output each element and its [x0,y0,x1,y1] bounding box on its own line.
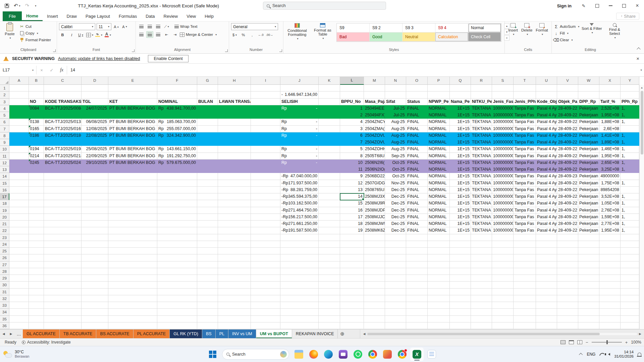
cell-A12[interactable] [9,160,29,166]
cell-E9[interactable] [108,139,157,146]
column-header-E[interactable]: E [108,77,157,85]
cell-E19[interactable] [108,207,157,214]
cell-A6[interactable] [9,119,29,125]
cell-S7[interactable]: 1000000000000 [492,126,514,132]
cell-Q36[interactable] [450,322,471,329]
alignment-dialog-launcher-icon[interactable] [225,49,228,52]
cell-C30[interactable] [44,282,82,288]
cell-H18[interactable] [218,200,251,207]
cell-B35[interactable] [29,316,44,322]
cell-D27[interactable] [82,261,108,268]
cell-F2[interactable] [157,92,197,98]
cell-I24[interactable] [251,241,280,248]
cell-R22[interactable]: TEKTANA [471,227,492,234]
cell-Y17[interactable]: 1, [621,193,639,200]
sheet-nav-right-icon[interactable]: ▶ [7,329,15,338]
cell-E5[interactable] [108,112,157,119]
cell-C26[interactable] [44,254,82,261]
cell-R28[interactable] [471,268,492,275]
cell-M4[interactable]: 250494EEF [364,105,385,112]
cell-A22[interactable] [9,227,29,234]
cell-O14[interactable]: FINAL [406,173,428,180]
decrease-font-icon[interactable]: A▾ [121,23,128,30]
cell-R15[interactable]: TEKTANA [471,180,492,187]
cell-R36[interactable] [471,322,492,329]
cell-I18[interactable] [251,200,280,207]
cell-X30[interactable] [599,282,621,288]
cell-X16[interactable]: 89854208 [599,187,621,193]
cell-Q4[interactable]: 1E+15 [450,105,471,112]
cell-U22[interactable]: Pasal 4 Ay [536,227,557,234]
cell-I30[interactable] [251,282,280,288]
cell-F33[interactable] [157,302,197,309]
normal-view-icon[interactable] [560,340,566,344]
cell-A29[interactable] [9,275,29,282]
cell-P6[interactable]: NORMAL [428,119,450,125]
cell-G32[interactable] [197,295,218,302]
cell-U14[interactable]: Pasal 4 Ay [536,173,557,180]
tab-insert[interactable]: Insert [43,11,62,21]
row-header-28[interactable]: 28 [0,268,9,275]
cell-W3[interactable]: DPP_Rp [578,99,599,105]
cell-R17[interactable]: TEKTANA [471,193,492,200]
cell-W15[interactable]: Pekerjaan [578,180,599,187]
cell-Q24[interactable] [450,241,471,248]
cell-W31[interactable] [578,289,599,295]
cell-V1[interactable] [557,85,578,92]
cell-O16[interactable]: FINAL [406,187,428,193]
cell-G7[interactable] [197,126,218,132]
taskbar-app-mail[interactable] [336,348,350,361]
cell-J5[interactable] [280,112,319,119]
cell-G30[interactable] [197,282,218,288]
cell-H32[interactable] [218,295,251,302]
cell-D14[interactable] [82,173,108,180]
cell-D34[interactable] [82,309,108,315]
cell-I33[interactable] [251,302,280,309]
cell-T31[interactable] [514,289,536,295]
cell-U29[interactable] [536,275,557,282]
column-header-D[interactable]: D [82,77,108,85]
cell-U31[interactable] [536,289,557,295]
cell-T3[interactable]: Jenis_PPh [514,99,536,105]
cell-A21[interactable] [9,221,29,227]
increase-decimal-icon[interactable]: ←.0 [257,32,264,38]
cell-C6[interactable]: BCA-TTJ/2025/0138 [44,119,82,125]
row-header-6[interactable]: 6 [0,119,9,125]
cell-R20[interactable]: TEKTANA [471,214,492,221]
cell-Y28[interactable] [621,268,639,275]
cell-P26[interactable] [428,254,450,261]
cell-C20[interactable] [44,214,82,221]
cell-D24[interactable] [82,241,108,248]
cell-W13[interactable]: Pekerjaan [578,166,599,173]
cell-I14[interactable] [251,173,280,180]
column-header-J[interactable]: J [280,77,319,85]
cell-S14[interactable]: 1000000000000 [492,173,514,180]
cell-B26[interactable] [29,254,44,261]
redo-button[interactable]: ↷ [25,3,30,9]
cell-U27[interactable] [536,261,557,268]
cell-E27[interactable] [108,261,157,268]
cell-M6[interactable]: 2504ZNCY [364,119,385,125]
row-header-7[interactable]: 7 [0,126,9,132]
cell-E36[interactable] [108,322,157,329]
column-header-M[interactable]: M [364,77,385,85]
cell-O11[interactable]: FINAL [406,153,428,160]
align-left-icon[interactable] [138,31,145,38]
cell-V11[interactable]: 28-409-22 [557,153,578,160]
cell-V7[interactable]: 28-409-22 [557,126,578,132]
cell-B18[interactable] [29,200,44,207]
cell-B25[interactable] [29,248,44,254]
cell-U25[interactable] [536,248,557,254]
save-button[interactable] [5,4,9,8]
cell-T14[interactable]: Tanpa Fas [514,173,536,180]
cell-Q3[interactable]: Nama_Pe [450,99,471,105]
cell-P35[interactable] [428,316,450,322]
cell-T15[interactable]: Tanpa Fas [514,180,536,187]
cell-I27[interactable] [251,261,280,268]
cell-B1[interactable] [29,85,44,92]
cell-K31[interactable] [319,289,340,295]
enable-content-button[interactable]: Enable Content [148,55,188,62]
cell-M16[interactable]: 2508765UI [364,187,385,193]
cell-P9[interactable]: NORMAL [428,139,450,146]
cell-H8[interactable] [218,132,251,139]
